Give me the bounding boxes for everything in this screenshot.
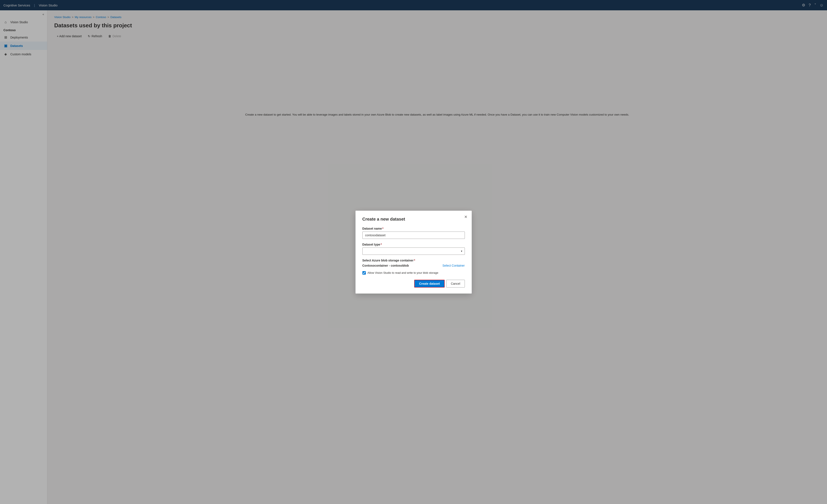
- dialog-title: Create a new dataset: [362, 217, 465, 222]
- dataset-name-group: Dataset name*: [362, 227, 465, 239]
- dataset-type-required: *: [381, 243, 382, 246]
- dataset-type-select[interactable]: [362, 248, 465, 255]
- dataset-name-label: Dataset name*: [362, 227, 465, 230]
- storage-container-name: Contosocontainer - contosoblob: [362, 264, 409, 267]
- storage-row: Contosocontainer - contosoblob Select Co…: [362, 264, 465, 267]
- dataset-name-required: *: [382, 227, 384, 230]
- dialog-close-button[interactable]: ✕: [463, 214, 468, 220]
- blob-access-label: Allow Vision Studio to read and write to…: [368, 271, 438, 274]
- create-dataset-dialog: Create a new dataset ✕ Dataset name* Dat…: [355, 211, 472, 294]
- storage-label: Select Azure blob storage container*: [362, 259, 465, 262]
- dataset-type-select-wrapper: ▾: [362, 248, 465, 255]
- checkbox-row: Allow Vision Studio to read and write to…: [362, 271, 465, 274]
- close-icon: ✕: [464, 215, 468, 219]
- dataset-type-label: Dataset type*: [362, 243, 465, 246]
- dataset-name-label-text: Dataset name: [362, 227, 382, 230]
- dialog-footer: Create dataset Cancel: [362, 280, 465, 288]
- dataset-type-group: Dataset type* ▾: [362, 243, 465, 255]
- storage-required: *: [414, 259, 415, 262]
- modal-backdrop: Create a new dataset ✕ Dataset name* Dat…: [0, 0, 827, 504]
- storage-label-text: Select Azure blob storage container: [362, 259, 414, 262]
- create-dataset-button[interactable]: Create dataset: [414, 280, 445, 288]
- dataset-type-label-text: Dataset type: [362, 243, 380, 246]
- storage-group: Select Azure blob storage container* Con…: [362, 259, 465, 267]
- cancel-button[interactable]: Cancel: [446, 280, 465, 288]
- dataset-name-input[interactable]: [362, 232, 465, 239]
- select-container-link[interactable]: Select Container: [442, 264, 465, 267]
- blob-access-checkbox[interactable]: [362, 271, 366, 274]
